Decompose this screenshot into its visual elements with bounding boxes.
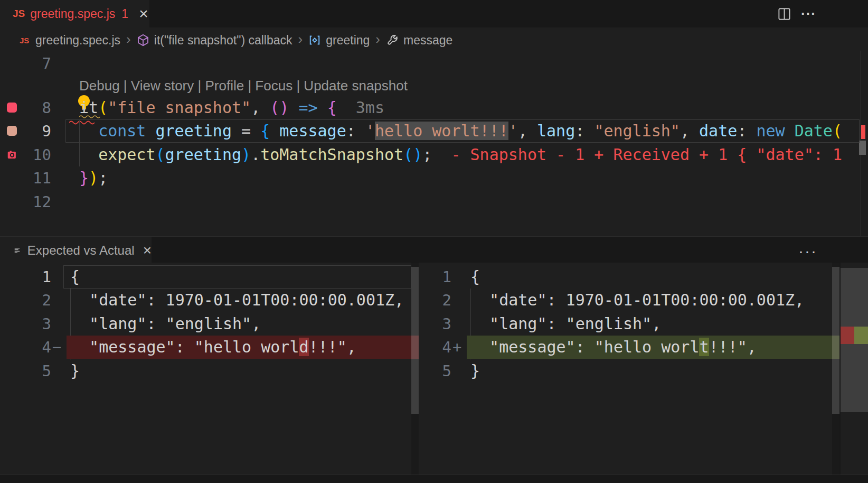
breadcrumb-separator: › (375, 31, 380, 48)
diff-pane-content[interactable]: { "date": 1970-01-01T00:00:00.001Z, "lan… (467, 263, 832, 475)
diff-view[interactable]: { "date": 1970-01-01T00:00:00.001Z, "lan… (0, 263, 868, 475)
line-number: 9 (0, 119, 51, 143)
breadcrumb-separator: › (298, 31, 303, 48)
line-number: 2 (400, 289, 451, 312)
diff-code-line[interactable]: "message": "hello world!!!", (70, 336, 356, 359)
diff-code-line[interactable]: "date": 1970-01-01T00:00:00.001Z, (470, 289, 804, 312)
code-line[interactable]: it("file snapshot", () => { 3ms (79, 96, 384, 119)
diff-code-line[interactable]: { (470, 265, 480, 289)
line-number: 10 (0, 143, 51, 166)
diff-line-sign: + (452, 336, 461, 359)
diff-code-line[interactable]: } (70, 359, 80, 383)
panel-more-actions-icon[interactable]: ··· (798, 242, 819, 260)
diff-list-icon (14, 245, 21, 256)
breadcrumb-item[interactable]: greeting (326, 33, 370, 48)
wrench-icon (386, 34, 399, 47)
tab-problem-badge: 1 (121, 7, 128, 21)
diff-pane-content[interactable]: { "date": 1970-01-01T00:00:00.001Z, "lan… (67, 263, 411, 475)
code-line[interactable]: }); (79, 166, 108, 190)
editor-code[interactable]: Debug | View story | Profile | Focus | U… (0, 53, 868, 236)
panel-bottom-edge (0, 475, 868, 483)
more-actions-icon[interactable]: ··· (801, 6, 816, 22)
diff-code-line[interactable]: "message": "hello worlt!!!", (470, 336, 757, 359)
split-editor-icon[interactable] (777, 7, 791, 21)
tab-greeting-spec[interactable]: JS greeting.spec.js 1 × (0, 0, 149, 27)
breadcrumb-item[interactable]: message (403, 33, 452, 48)
line-number: 3 (0, 312, 51, 336)
variable-icon (308, 34, 321, 47)
overview-selection-marker (859, 141, 866, 155)
diff-overview-del-marker (841, 327, 854, 344)
diff-overview-ruler[interactable] (841, 268, 868, 412)
line-number: 5 (400, 359, 451, 383)
line-number: 7 (0, 52, 51, 75)
line-number: 1 (0, 265, 51, 289)
js-file-icon: JS (13, 8, 25, 20)
line-number: 8 (0, 96, 51, 119)
line-number: 3 (400, 312, 451, 336)
panel-tab-bar: Expected vs Actual × ··· (0, 236, 868, 263)
line-number: 4 (0, 336, 51, 359)
line-number: 5 (0, 359, 51, 383)
diff-code-line[interactable]: "lang": "english", (470, 312, 661, 336)
panel-tab-label: Expected vs Actual (27, 243, 135, 258)
tab-label: greeting.spec.js (30, 7, 115, 21)
line-number: 2 (0, 289, 51, 312)
js-icon: JS (19, 34, 31, 46)
right-scrollbar-slider[interactable] (832, 267, 839, 414)
diff-code-line[interactable]: { (70, 265, 80, 289)
panel-tab-expected-vs-actual[interactable]: Expected vs Actual × (0, 237, 152, 263)
line-number: 1 (400, 265, 451, 289)
svg-text:JS: JS (20, 36, 29, 45)
overview-error-marker (861, 125, 865, 139)
left-scrollbar-slider[interactable] (411, 267, 419, 414)
diff-code-line[interactable]: "date": 1970-01-01T00:00:00.001Z, (70, 289, 404, 312)
code-line[interactable]: expect(greeting).toMatchSnapshot(); - Sn… (79, 143, 842, 166)
code-line[interactable]: const greeting = { message: 'hello worlt… (79, 119, 842, 143)
tab-close-icon[interactable]: × (139, 8, 148, 19)
line-number: 12 (0, 190, 51, 213)
tab-bar: JS greeting.spec.js 1 × ··· (0, 0, 868, 27)
cube-icon (137, 34, 149, 47)
line-number: 11 (0, 166, 51, 190)
diff-code-line[interactable]: "lang": "english", (70, 312, 261, 336)
panel-tab-close-icon[interactable]: × (143, 242, 152, 259)
line-number: 4 (400, 336, 451, 359)
breadcrumb: JSgreeting.spec.js›it("file snapshot") c… (0, 27, 868, 53)
diff-code-line[interactable]: } (470, 359, 480, 383)
breadcrumb-separator: › (126, 31, 131, 48)
diff-line-sign: − (52, 336, 61, 359)
breadcrumb-item[interactable]: it("file snapshot") callback (154, 33, 293, 48)
codelens-actions[interactable]: Debug | View story | Profile | Focus | U… (79, 75, 408, 96)
diff-overview-ins-marker (854, 327, 868, 344)
editor-actions: ··· (777, 0, 868, 27)
breadcrumb-item[interactable]: greeting.spec.js (35, 33, 120, 48)
